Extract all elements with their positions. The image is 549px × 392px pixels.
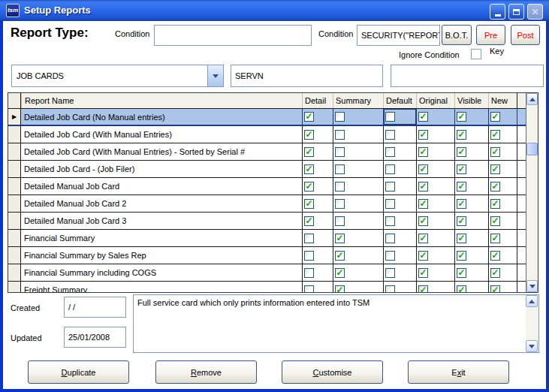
visible-checkbox-cell[interactable]: ✓: [454, 195, 488, 212]
summary-checkbox-cell[interactable]: [333, 161, 383, 177]
detail-checkbox-cell[interactable]: [302, 282, 333, 292]
detail-checkbox-cell[interactable]: [302, 247, 333, 264]
post-button[interactable]: Post: [511, 25, 540, 45]
visible-checkbox-cell[interactable]: ✓: [454, 143, 488, 160]
detail-checkbox[interactable]: [304, 285, 314, 293]
visible-checkbox[interactable]: ✓: [457, 285, 466, 293]
table-row[interactable]: Financial Summary✓✓✓✓: [8, 230, 526, 247]
pre-button[interactable]: Pre: [476, 25, 505, 45]
report-code-input[interactable]: SERVN: [231, 65, 383, 87]
summary-checkbox-cell[interactable]: [333, 143, 383, 160]
table-row[interactable]: Detailed Job Card (With Manual Entries)✓…: [8, 126, 526, 143]
default-checkbox-cell[interactable]: [383, 126, 416, 143]
bot-button[interactable]: B.O.T.: [442, 25, 472, 45]
duplicate-button[interactable]: Duplicate: [28, 360, 129, 384]
original-checkbox-cell[interactable]: ✓: [416, 247, 454, 264]
default-checkbox-cell[interactable]: [383, 282, 416, 292]
default-checkbox[interactable]: [385, 251, 395, 261]
table-row[interactable]: ▶Detailed Job Card (No Manual entries)✓✓…: [8, 109, 526, 126]
default-checkbox[interactable]: [385, 234, 395, 243]
summary-checkbox[interactable]: [335, 164, 345, 174]
summary-checkbox[interactable]: [335, 130, 345, 140]
default-checkbox-cell[interactable]: [383, 264, 416, 281]
visible-checkbox[interactable]: ✓: [457, 164, 466, 174]
summary-checkbox-cell[interactable]: [333, 126, 383, 143]
visible-checkbox[interactable]: ✓: [457, 130, 466, 140]
original-checkbox[interactable]: ✓: [418, 130, 428, 140]
maximize-button[interactable]: [508, 4, 524, 20]
exit-button[interactable]: Exit: [408, 360, 509, 384]
detail-checkbox-cell[interactable]: ✓: [302, 213, 333, 229]
new-checkbox[interactable]: ✓: [490, 147, 500, 157]
summary-checkbox-cell[interactable]: [333, 109, 383, 125]
new-checkbox-cell[interactable]: ✓: [488, 247, 517, 264]
new-checkbox[interactable]: ✓: [490, 268, 500, 278]
description-memo[interactable]: Full service card which only prints info…: [133, 294, 539, 353]
new-checkbox-cell[interactable]: ✓: [488, 264, 517, 281]
visible-checkbox-cell[interactable]: ✓: [454, 109, 488, 125]
summary-checkbox[interactable]: [335, 182, 345, 191]
close-button[interactable]: ✕: [527, 4, 543, 20]
original-checkbox-cell[interactable]: ✓: [416, 264, 454, 281]
detail-checkbox-cell[interactable]: [302, 230, 333, 246]
report-name-cell[interactable]: Detailed Job Card - (Job Filer): [21, 161, 302, 177]
original-checkbox-cell[interactable]: ✓: [416, 213, 454, 229]
detail-checkbox[interactable]: ✓: [304, 130, 314, 140]
original-checkbox-cell[interactable]: ✓: [416, 109, 454, 125]
default-checkbox-cell[interactable]: [383, 143, 416, 160]
visible-checkbox-cell[interactable]: ✓: [454, 178, 488, 194]
updated-date-input[interactable]: 25/01/2008: [64, 327, 126, 348]
detail-checkbox[interactable]: ✓: [304, 182, 314, 191]
table-row[interactable]: Detailed Job Card - (Job Filer)✓✓✓✓: [8, 161, 526, 178]
column-header-default[interactable]: Default: [383, 93, 416, 108]
column-header-report-name[interactable]: Report Name: [21, 93, 302, 108]
new-checkbox[interactable]: ✓: [490, 251, 500, 261]
original-checkbox[interactable]: ✓: [418, 216, 428, 226]
summary-checkbox-cell[interactable]: ✓: [333, 230, 383, 246]
summary-checkbox[interactable]: [335, 216, 345, 226]
dropdown-button[interactable]: [207, 65, 223, 86]
new-checkbox[interactable]: ✓: [490, 112, 500, 122]
new-checkbox-cell[interactable]: ✓: [488, 230, 517, 246]
summary-checkbox-cell[interactable]: ✓: [333, 264, 383, 281]
original-checkbox[interactable]: ✓: [418, 251, 428, 261]
original-checkbox[interactable]: ✓: [418, 268, 428, 278]
visible-checkbox[interactable]: ✓: [457, 251, 466, 261]
report-name-cell[interactable]: Detailed Manual Job Card 2: [21, 195, 302, 212]
original-checkbox[interactable]: ✓: [418, 199, 428, 209]
default-checkbox[interactable]: [385, 112, 395, 122]
visible-checkbox[interactable]: ✓: [457, 216, 466, 226]
detail-checkbox[interactable]: ✓: [304, 164, 314, 174]
column-header-detail[interactable]: Detail: [302, 93, 333, 108]
visible-checkbox[interactable]: ✓: [457, 182, 466, 191]
detail-checkbox-cell[interactable]: ✓: [302, 195, 333, 212]
original-checkbox[interactable]: ✓: [418, 112, 428, 122]
memo-scroll-up-button[interactable]: [526, 295, 538, 307]
new-checkbox[interactable]: ✓: [490, 182, 500, 191]
detail-checkbox-cell[interactable]: ✓: [302, 143, 333, 160]
detail-checkbox-cell[interactable]: ✓: [302, 178, 333, 194]
default-checkbox[interactable]: [385, 130, 395, 140]
summary-checkbox-cell[interactable]: [333, 195, 383, 212]
default-checkbox[interactable]: [385, 285, 395, 293]
scrollbar-thumb[interactable]: [526, 143, 538, 155]
report-type-dropdown[interactable]: JOB CARDS: [11, 65, 224, 87]
summary-checkbox[interactable]: ✓: [335, 251, 345, 261]
visible-checkbox-cell[interactable]: ✓: [454, 230, 488, 246]
visible-checkbox[interactable]: ✓: [457, 268, 466, 278]
summary-checkbox-cell[interactable]: [333, 178, 383, 194]
detail-checkbox-cell[interactable]: ✓: [302, 126, 333, 143]
visible-checkbox-cell[interactable]: ✓: [454, 161, 488, 177]
summary-checkbox[interactable]: ✓: [335, 285, 345, 293]
table-row[interactable]: Detailed Job Card (With Manual Entries) …: [8, 143, 526, 161]
visible-checkbox[interactable]: ✓: [457, 199, 466, 209]
created-date-input[interactable]: / /: [64, 297, 126, 318]
new-checkbox[interactable]: ✓: [490, 234, 500, 243]
default-checkbox-cell[interactable]: [383, 109, 416, 125]
visible-checkbox[interactable]: ✓: [457, 147, 466, 157]
original-checkbox-cell[interactable]: ✓: [416, 282, 454, 292]
report-name-cell[interactable]: Detailed Job Card (No Manual entries): [21, 109, 302, 125]
original-checkbox-cell[interactable]: ✓: [416, 143, 454, 160]
original-checkbox-cell[interactable]: ✓: [416, 126, 454, 143]
table-vertical-scrollbar[interactable]: [526, 93, 538, 292]
